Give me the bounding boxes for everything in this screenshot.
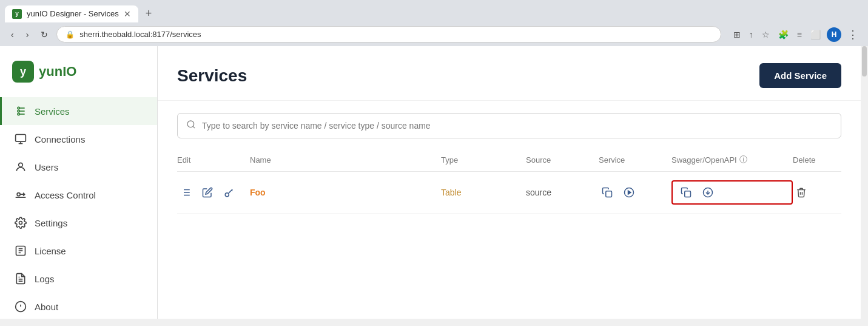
- service-name: Foo: [250, 188, 441, 197]
- about-icon: [14, 300, 27, 313]
- edit-rules-icon[interactable]: [177, 184, 194, 201]
- app-container: y yunIO Services Connections: [0, 46, 868, 319]
- search-icon: [186, 120, 196, 132]
- profile-button[interactable]: H: [827, 27, 841, 42]
- sidebar-item-users[interactable]: Users: [0, 153, 157, 181]
- service-actions: [599, 184, 671, 201]
- license-icon: [14, 244, 27, 257]
- svg-point-9: [19, 163, 23, 167]
- table-row: Foo Table source: [177, 172, 841, 214]
- users-label: Users: [35, 162, 58, 172]
- logs-label: Logs: [35, 274, 55, 284]
- sidebar: y yunIO Services Connections: [0, 46, 158, 319]
- connections-label: Connections: [35, 134, 85, 144]
- delete-cell: [793, 184, 841, 201]
- tab-bar: y yunIO Designer - Services ✕ +: [0, 0, 868, 22]
- active-tab[interactable]: y yunIO Designer - Services ✕: [5, 5, 138, 22]
- svg-point-1: [18, 110, 19, 112]
- logo-icon: y: [12, 61, 34, 83]
- translate-icon[interactable]: ⊞: [731, 27, 743, 42]
- swagger-download-icon[interactable]: [699, 184, 716, 201]
- svg-point-23: [187, 121, 194, 127]
- users-icon: [14, 160, 27, 174]
- svg-point-0: [18, 107, 19, 109]
- logo-area: y yunIO: [0, 56, 157, 97]
- services-icon: [14, 104, 27, 118]
- url-text: sherri.theobald.local:8177/services: [79, 30, 201, 39]
- tab-favicon: y: [12, 9, 22, 19]
- swagger-info-icon[interactable]: ⓘ: [739, 154, 747, 165]
- sidebar-item-services[interactable]: Services: [0, 97, 157, 125]
- svg-rect-6: [16, 135, 26, 142]
- logo-text: yunIO: [39, 64, 76, 80]
- sidebar-item-logs[interactable]: Logs: [0, 265, 157, 293]
- sidebar-item-about[interactable]: About: [0, 293, 157, 321]
- browser-menu-button[interactable]: ⋮: [845, 27, 861, 42]
- url-input[interactable]: 🔒 sherri.theobald.local:8177/services: [56, 26, 721, 42]
- swagger-copy-icon[interactable]: [678, 184, 695, 201]
- delete-icon[interactable]: [793, 184, 810, 201]
- forward-button[interactable]: ›: [22, 27, 33, 42]
- split-screen-icon[interactable]: ⬜: [808, 27, 823, 42]
- new-tab-button[interactable]: +: [141, 5, 157, 22]
- services-label: Services: [35, 106, 70, 117]
- browser-actions: ⊞ ↑ ☆ 🧩 ≡ ⬜ H ⋮: [731, 27, 861, 42]
- svg-line-24: [193, 126, 195, 128]
- edit-key-icon[interactable]: [221, 184, 238, 201]
- back-button[interactable]: ‹: [7, 27, 18, 42]
- header-name: Name: [250, 155, 441, 165]
- header-delete: Delete: [793, 155, 841, 165]
- scroll-thumb[interactable]: [862, 46, 867, 76]
- swagger-cell: [671, 180, 793, 205]
- scrollbar[interactable]: [861, 46, 868, 319]
- sidebar-item-connections[interactable]: Connections: [0, 125, 157, 153]
- main-content: Services Add Service Edit Name Type Sour…: [158, 46, 861, 319]
- main-header: Services Add Service: [158, 46, 861, 101]
- browser-chrome: y yunIO Designer - Services ✕ + ‹ › ↻ 🔒 …: [0, 0, 868, 46]
- copy-service-icon[interactable]: [599, 184, 616, 201]
- extensions-icon[interactable]: 🧩: [776, 27, 791, 42]
- refresh-button[interactable]: ↻: [37, 27, 52, 42]
- run-service-icon[interactable]: [621, 184, 638, 201]
- access-control-icon: [14, 188, 27, 202]
- license-label: License: [35, 246, 66, 256]
- settings-icon: [14, 216, 27, 229]
- header-swagger: Swagger/OpenAPI ⓘ: [671, 154, 793, 165]
- svg-point-12: [19, 222, 22, 225]
- access-control-label: Access Control: [35, 190, 96, 200]
- logs-icon: [14, 272, 27, 285]
- header-source: Source: [526, 155, 599, 165]
- search-input[interactable]: [202, 121, 832, 131]
- page-title: Services: [177, 66, 247, 86]
- reading-list-icon[interactable]: ≡: [795, 27, 804, 42]
- lock-icon: 🔒: [66, 30, 75, 39]
- swagger-header: Swagger/OpenAPI ⓘ: [671, 154, 793, 165]
- tab-close-button[interactable]: ✕: [124, 9, 131, 19]
- sidebar-item-license[interactable]: License: [0, 237, 157, 265]
- search-bar: [177, 113, 841, 138]
- share-icon[interactable]: ↑: [747, 27, 756, 42]
- header-edit: Edit: [177, 155, 250, 165]
- header-service: Service: [599, 155, 671, 165]
- service-type: Table: [441, 188, 526, 197]
- about-label: About: [35, 302, 58, 312]
- logo: y yunIO: [12, 61, 145, 83]
- address-bar: ‹ › ↻ 🔒 sherri.theobald.local:8177/servi…: [0, 22, 868, 46]
- svg-marker-35: [628, 191, 631, 194]
- bookmark-icon[interactable]: ☆: [759, 27, 772, 42]
- sidebar-item-access-control[interactable]: Access Control: [0, 181, 157, 209]
- svg-point-2: [18, 113, 19, 115]
- add-service-button[interactable]: Add Service: [759, 63, 841, 88]
- header-type: Type: [441, 155, 526, 165]
- svg-point-31: [225, 193, 229, 197]
- svg-rect-33: [606, 191, 612, 197]
- service-source: source: [526, 188, 599, 197]
- svg-line-32: [232, 190, 233, 191]
- settings-label: Settings: [35, 218, 67, 228]
- edit-pen-icon[interactable]: [199, 184, 216, 201]
- edit-actions: [177, 184, 250, 201]
- svg-point-10: [17, 193, 20, 196]
- tab-title: yunIO Designer - Services: [27, 9, 119, 18]
- connections-icon: [14, 132, 27, 146]
- sidebar-item-settings[interactable]: Settings: [0, 209, 157, 237]
